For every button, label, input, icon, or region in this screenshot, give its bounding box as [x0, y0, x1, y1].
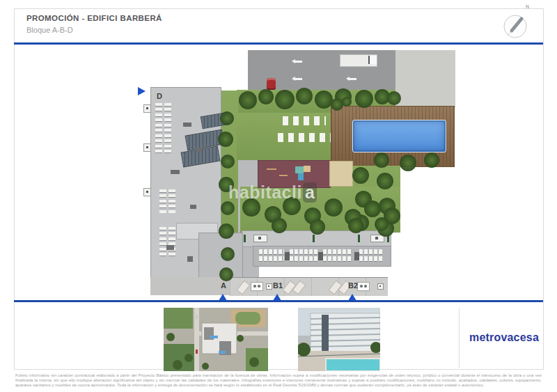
- footer-divider: [459, 308, 460, 368]
- watermark-boxed-letter: a: [303, 182, 317, 203]
- brochure-page: PROMOCIÓN - EDIFICI BARBERÁ Bloque A-B-D…: [0, 0, 557, 392]
- photo-facade-render: [298, 308, 380, 371]
- site-plan: D: [136, 47, 464, 302]
- aerial-render-graphic: [164, 308, 268, 371]
- compass-icon: N: [497, 4, 536, 45]
- block-a-label: A: [221, 281, 226, 290]
- compass-rose-icon: [497, 4, 536, 45]
- facade-render-graphic: [298, 308, 380, 371]
- habitaclia-watermark: habitaclia: [228, 182, 317, 203]
- compass-north-label: N: [526, 4, 529, 9]
- photo-aerial-render: [164, 308, 268, 371]
- page-title: PROMOCIÓN - EDIFICI BARBERÁ: [26, 14, 162, 22]
- trees-graphic: [136, 47, 464, 302]
- page-subtitle: Bloque A-B-D: [26, 26, 73, 34]
- header-rule: [14, 42, 543, 45]
- block-b1-label: B1: [273, 281, 283, 290]
- block-b2-label: B2: [348, 281, 358, 290]
- metrovacesa-logo: metrovacesa: [465, 331, 543, 344]
- footer-rule: [14, 300, 543, 302]
- block-d-marker-icon: [138, 87, 146, 95]
- legal-disclaimer: Folleto informativo sin carácter contrac…: [15, 373, 542, 389]
- watermark-text: habitacli: [228, 182, 302, 202]
